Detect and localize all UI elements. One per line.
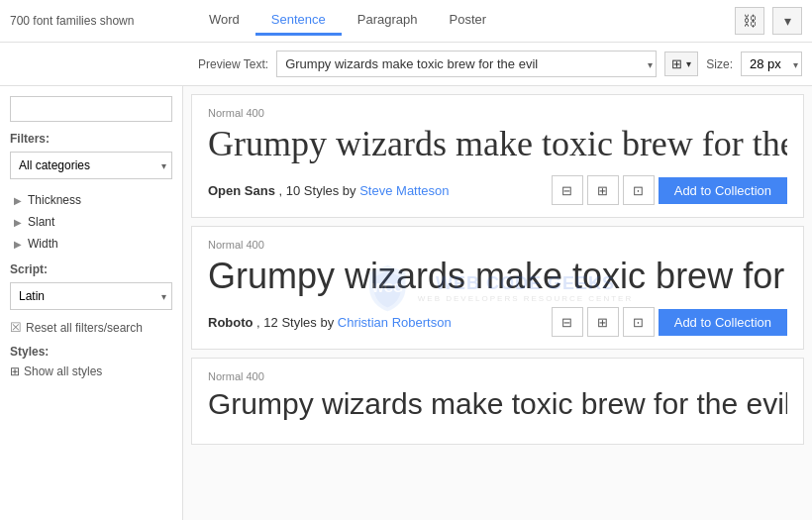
filters-label: Filters:: [10, 132, 172, 146]
category-select-wrap: All categories Serif Sans Serif Display …: [10, 152, 172, 179]
font-actions-1: ⊟ ⊞ ⊡ Add to Collection: [552, 307, 787, 337]
preview-bar: Preview Text: ▾ ⊞ ▾ Size: 28 px 20 px 36…: [0, 43, 812, 86]
filter-width[interactable]: ▶ Width: [10, 233, 172, 255]
filter-thickness[interactable]: ▶ Thickness: [10, 189, 172, 211]
font-style-label-2: Normal 400: [208, 370, 787, 382]
size-select[interactable]: 28 px 20 px 36 px 48 px: [741, 52, 802, 76]
font-preview-2: Grumpy wizards make toxic brew for the e…: [208, 386, 787, 422]
script-label: Script:: [10, 262, 172, 276]
top-right-icons: ⛓ ▾: [735, 7, 802, 35]
category-select[interactable]: All categories Serif Sans Serif Display …: [10, 152, 172, 179]
tabs: Word Sentence Paragraph Poster: [193, 6, 735, 36]
reset-icon: ☒: [10, 320, 22, 335]
font-card-1: WCG WEB CODE GEEKS WEB DEVELOPERS RESOUR…: [191, 226, 804, 350]
font-info-1: Roboto , 12 Styles by Christian Robertso…: [208, 315, 452, 330]
search-input[interactable]: [10, 96, 172, 122]
slant-arrow-icon: ▶: [14, 217, 22, 228]
top-bar: 700 font families shown Word Sentence Pa…: [0, 0, 812, 43]
preview-dropdown-arrow: ▾: [648, 58, 653, 69]
width-arrow-icon: ▶: [14, 239, 22, 250]
font-actions-0: ⊟ ⊞ ⊡ Add to Collection: [552, 175, 787, 205]
font-info-0: Open Sans , 10 Styles by Steve Matteson: [208, 183, 450, 198]
preview-input-wrap: ▾: [276, 51, 657, 77]
show-all-label: Show all styles: [24, 364, 102, 378]
reset-label: Reset all filters/search: [26, 321, 143, 335]
font-icon-btn-view-1[interactable]: ⊡: [623, 307, 655, 337]
content-area: Normal 400 Grumpy wizards make toxic bre…: [183, 86, 812, 520]
slant-label: Slant: [28, 215, 54, 229]
font-icon-btn-view-0[interactable]: ⊡: [623, 175, 655, 205]
font-name-0: Open Sans: [208, 183, 275, 198]
add-to-collection-btn-1[interactable]: Add to Collection: [659, 309, 787, 336]
font-count: 700 font families shown: [10, 14, 193, 28]
thickness-arrow-icon: ▶: [14, 195, 22, 206]
font-meta-text-0: , 10 Styles by: [279, 183, 360, 198]
font-author-0[interactable]: Steve Matteson: [359, 183, 449, 198]
sidebar: Filters: All categories Serif Sans Serif…: [0, 86, 183, 520]
preview-input[interactable]: [276, 51, 657, 77]
font-card-2: Normal 400 Grumpy wizards make toxic bre…: [191, 358, 804, 445]
font-card-0: Normal 400 Grumpy wizards make toxic bre…: [191, 94, 804, 218]
size-label: Size:: [706, 57, 733, 71]
link-icon-btn[interactable]: ⛓: [735, 7, 764, 35]
font-name-1: Roboto: [208, 315, 253, 330]
script-select-wrap: Latin Arabic Chinese Cyrillic Greek: [10, 282, 172, 310]
font-icon-btn-list-0[interactable]: ⊟: [552, 175, 583, 205]
font-icon-btn-list-1[interactable]: ⊟: [552, 307, 583, 337]
main-layout: Filters: All categories Serif Sans Serif…: [0, 86, 812, 520]
font-style-label-0: Normal 400: [208, 107, 787, 119]
font-icon-btn-grid-1[interactable]: ⊞: [587, 307, 619, 337]
width-label: Width: [28, 237, 58, 251]
grid-dropdown-arrow: ▾: [686, 58, 691, 69]
download-icon-btn[interactable]: ▾: [772, 7, 802, 35]
thickness-label: Thickness: [28, 193, 81, 207]
tab-word[interactable]: Word: [193, 6, 255, 36]
size-wrap: 28 px 20 px 36 px 48 px: [741, 52, 802, 76]
add-to-collection-btn-0[interactable]: Add to Collection: [659, 177, 787, 204]
script-select[interactable]: Latin Arabic Chinese Cyrillic Greek: [10, 282, 172, 310]
font-author-1[interactable]: Christian Robertson: [338, 315, 452, 330]
grid-icon: ⊞: [671, 56, 682, 71]
filter-slant[interactable]: ▶ Slant: [10, 211, 172, 233]
font-preview-1: Grumpy wizards make toxic brew for the e…: [208, 255, 787, 297]
font-meta-text-1: , 12 Styles by: [256, 315, 338, 330]
font-preview-0: Grumpy wizards make toxic brew for the e…: [208, 123, 787, 165]
font-style-label-1: Normal 400: [208, 239, 787, 251]
preview-label: Preview Text:: [198, 57, 268, 71]
font-icon-btn-grid-0[interactable]: ⊞: [587, 175, 619, 205]
reset-filters-link[interactable]: ☒ Reset all filters/search: [10, 320, 172, 335]
tab-sentence[interactable]: Sentence: [255, 6, 342, 36]
font-meta-0: Open Sans , 10 Styles by Steve Matteson …: [208, 175, 787, 205]
styles-label: Styles:: [10, 345, 172, 359]
show-all-icon: ⊞: [10, 364, 20, 378]
tab-paragraph[interactable]: Paragraph: [342, 6, 434, 36]
font-meta-1: Roboto , 12 Styles by Christian Robertso…: [208, 307, 787, 337]
tab-poster[interactable]: Poster: [433, 6, 502, 36]
show-all-styles-link[interactable]: ⊞ Show all styles: [10, 364, 172, 378]
grid-view-select[interactable]: ⊞ ▾: [664, 52, 698, 76]
